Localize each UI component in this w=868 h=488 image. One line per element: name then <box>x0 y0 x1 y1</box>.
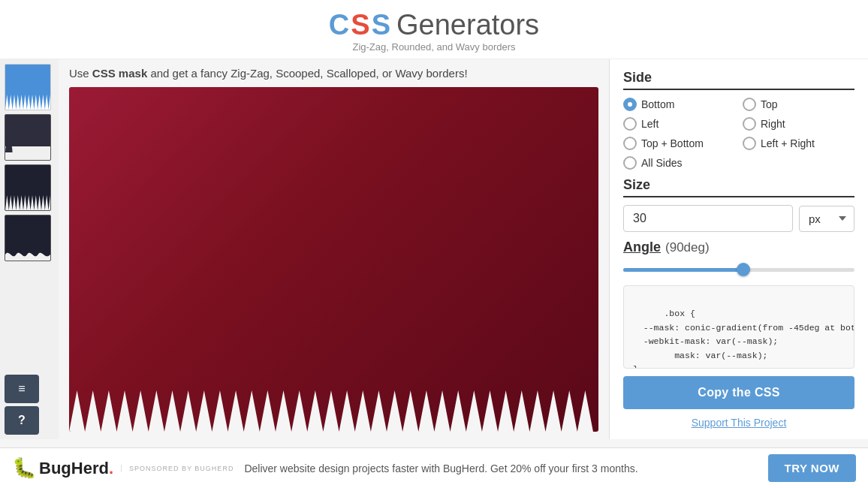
right-panel: Side Bottom Top Left <box>609 59 868 439</box>
thumbnail-2[interactable] <box>5 114 51 161</box>
slider-container <box>623 261 854 278</box>
bottom-banner: 🐛 BugHerd . SPONSORED BY BUGHERD Deliver… <box>0 447 868 488</box>
size-row: px % em rem vw vh <box>623 205 854 232</box>
thumbnail-3[interactable] <box>5 164 51 211</box>
bugherd-bug-icon: 🐛 <box>12 456 36 480</box>
description-suffix: and get a fancy Zig-Zag, Scooped, Scallo… <box>150 67 467 80</box>
radio-top-circle <box>743 98 756 111</box>
radio-grid: Bottom Top Left Right <box>623 98 854 170</box>
side-section: Side Bottom Top Left <box>623 70 854 170</box>
radio-left[interactable]: Left <box>623 117 735 131</box>
radio-right-circle <box>743 117 756 131</box>
copy-css-button[interactable]: Copy the CSS <box>623 376 854 409</box>
radio-bottom-circle <box>623 98 637 111</box>
code-block: .box { --mask: conic-gradient(from -45de… <box>623 285 854 369</box>
size-input[interactable] <box>623 205 793 232</box>
radio-left-circle <box>623 117 637 131</box>
support-link[interactable]: Support This Project <box>623 417 854 429</box>
thumbnail-1[interactable] <box>5 64 51 110</box>
header-subtitle: Zig-Zag, Rounded, and Wavy borders <box>352 41 515 53</box>
bugherd-brand-text: BugHerd <box>39 459 109 478</box>
radio-top-bottom-circle <box>623 137 637 150</box>
unit-select[interactable]: px % em rem vw vh <box>799 206 854 232</box>
side-section-title: Side <box>623 70 854 90</box>
angle-section: Angle (90deg) <box>623 239 854 278</box>
bugherd-logo: 🐛 BugHerd . <box>12 456 113 480</box>
header-logo: CSS Generators Zig-Zag, Rounded, and Wav… <box>329 9 539 53</box>
menu-button[interactable]: ≡ <box>5 375 39 403</box>
radio-all-sides[interactable]: All Sides <box>623 156 735 170</box>
radio-all-circle <box>623 156 637 170</box>
radio-top-bottom[interactable]: Top + Bottom <box>623 137 735 150</box>
try-now-button[interactable]: TRY NOW <box>768 454 857 482</box>
description: Use CSS mask and get a fancy Zig-Zag, Sc… <box>69 67 598 80</box>
thumbnail-4[interactable] <box>5 215 51 261</box>
preview-panel: Use CSS mask and get a fancy Zig-Zag, Sc… <box>59 59 609 439</box>
description-bold: CSS mask <box>92 67 147 80</box>
radio-top[interactable]: Top <box>743 98 854 111</box>
bugherd-dot: . <box>109 459 113 478</box>
radio-bottom[interactable]: Bottom <box>623 98 735 111</box>
radio-left-right-circle <box>743 137 756 150</box>
radio-right[interactable]: Right <box>743 117 854 131</box>
angle-value-display: (90deg) <box>665 240 710 255</box>
thumbnails-panel: ≡ ? <box>0 59 59 439</box>
size-section-title: Size <box>623 177 854 197</box>
banner-description: Deliver website design projects faster w… <box>241 462 760 474</box>
size-section: Size px % em rem vw vh <box>623 177 854 232</box>
header: CSS Generators Zig-Zag, Rounded, and Wav… <box>0 0 868 59</box>
logo-css: CSS <box>329 9 392 41</box>
angle-section-title: Angle <box>623 239 661 255</box>
logo-generators: Generators <box>396 9 539 41</box>
help-button[interactable]: ? <box>5 406 39 435</box>
sponsored-label: SPONSORED BY BUGHERD <box>121 465 234 472</box>
radio-left-right[interactable]: Left + Right <box>743 137 854 150</box>
preview-box <box>69 87 598 432</box>
preview-gradient <box>69 87 598 432</box>
